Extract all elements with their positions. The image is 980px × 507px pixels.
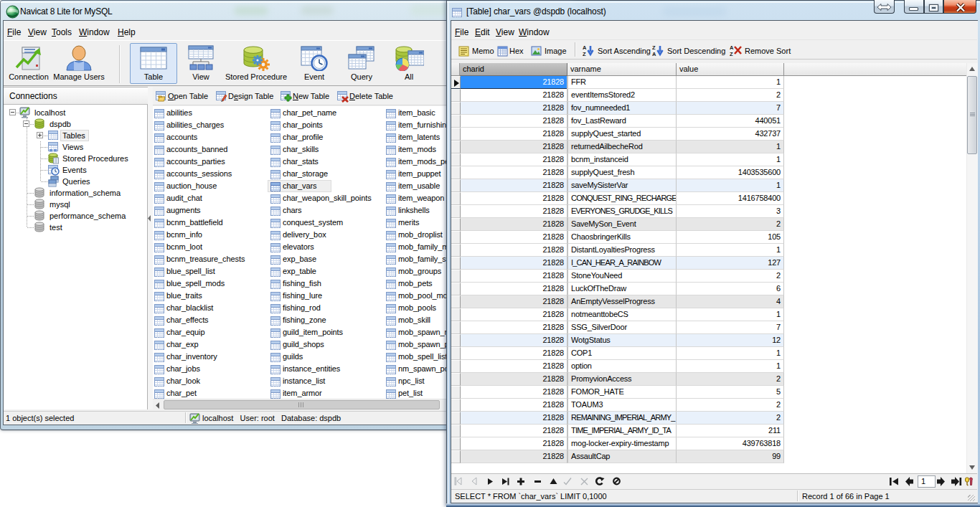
svg-text:A: A bbox=[583, 44, 587, 51]
svg-text:Z: Z bbox=[652, 44, 656, 51]
svg-text:Z: Z bbox=[583, 51, 586, 57]
svg-text:A: A bbox=[730, 44, 734, 51]
svg-text:Z: Z bbox=[730, 51, 733, 57]
svg-text:A: A bbox=[652, 51, 656, 57]
